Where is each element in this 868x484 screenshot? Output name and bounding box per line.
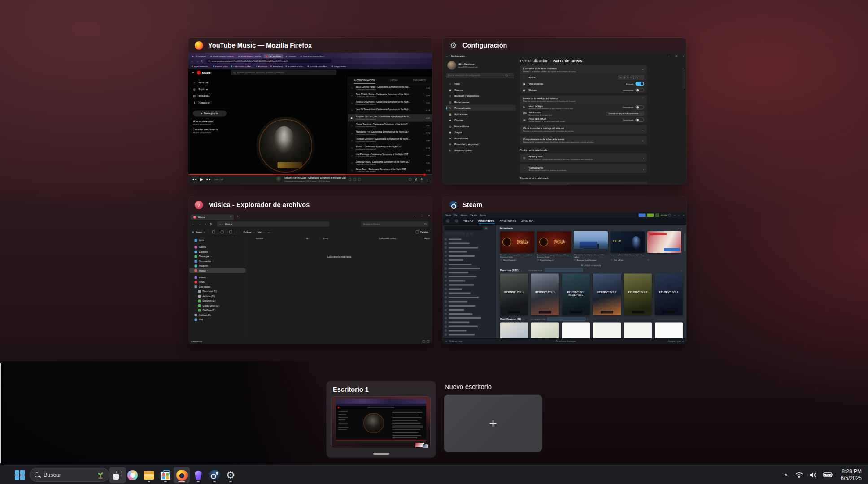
back-icon[interactable]: ← [446,55,449,57]
settings-nav-item[interactable]: ▣ Sistema [446,87,516,93]
settings-nav-item[interactable]: ◷ Hora e idioma [446,123,516,130]
url-field[interactable]: music.youtube.com/watch?v=jG2sCIaGTqk&li… [206,59,332,63]
paste-icon[interactable] [221,231,224,234]
game-cover[interactable]: RESIDENT EVIL RESISTANCE [562,274,590,315]
expander-header[interactable]: Iconos de la bandeja del sistema Elige l… [520,95,647,104]
chevron-down-icon[interactable]: ⌄ [521,269,523,272]
list-view-icon[interactable] [423,340,425,343]
queue-song-row[interactable]: ≡ Door Of Holy Spirits - Castlevania Sym… [348,92,432,99]
browser-tab[interactable]: Añadir plugins ‹ árbórez [236,54,263,58]
browser-tab[interactable]: libros y sus muchas fam… [299,54,327,58]
close-icon[interactable]: × [428,214,430,217]
minimize-icon[interactable]: – [674,214,676,216]
queue-song-row[interactable]: ≡ Dance Of Pales - Castlevania Symphony … [348,159,432,167]
sidebar-folder-item[interactable]: Galería [188,245,247,250]
queue-song-row[interactable]: ≡ Wood Carving Partita - Castlevania Sym… [348,84,432,92]
more-icon[interactable]: ⋯ [268,231,270,234]
sidebar-folder-item[interactable]: › Disco local (C:) [188,289,247,294]
expander-header[interactable]: Elementos de la barra de tareas Mostrar … [520,65,647,74]
taskbar-search-input[interactable] [44,472,92,478]
queue-tab[interactable]: A CONTINUACIÓN [354,77,376,84]
news-capsule[interactable] [647,231,681,261]
collapsed-settings-card[interactable]: Comportamientos de la barra de tareas Al… [520,136,647,145]
game-cover[interactable]: RESIDENT EVIL 5 [624,274,652,315]
expand-chevron-icon[interactable]: › [191,319,193,321]
scrollbar[interactable] [685,69,685,89]
drag-handle-icon[interactable]: ▶ [350,117,354,119]
explorer-tab[interactable]: ♪ Música × [191,214,234,220]
menu-steam[interactable]: Steam [445,214,451,216]
settings-nav-item[interactable]: ⌂ Inicio [446,81,516,87]
drag-handle-icon[interactable]: ≡ [350,132,354,134]
battery-charging-icon[interactable]: ϟ [820,472,836,478]
sidebar-folder-item[interactable]: › Google Drive (G:) [188,303,247,308]
share-icon[interactable] [229,231,232,234]
sidebar-folder-item[interactable]: Documentos • [188,259,247,264]
bookmark-item[interactable]: Primeros pasos [213,65,228,68]
browser-tab[interactable]: Géneros [284,54,297,58]
news-capsule[interactable]: EXILE Introducing Path of Exile Secrets … [611,231,645,261]
steam-sidebar-game-row[interactable] [445,316,494,320]
menu-amigos[interactable]: Amigos [461,214,467,216]
settings-nav-item[interactable]: ◉ Juegos [446,129,516,135]
news-capsule[interactable]: MORTAL KOMBAT Mortal Kombat Legacy Colle… [500,231,534,261]
drag-handle-icon[interactable]: ≡ [350,109,354,112]
bookmark-item[interactable]: Import bookmarks… [192,65,210,68]
grid-view-icon[interactable]: ▦ [484,226,488,230]
rename-icon[interactable] [225,231,228,234]
add-shelf-button[interactable]: ⊞ Añadir estantería [500,263,682,268]
column-header-numero[interactable]: N.º [306,236,309,241]
bookmark-item[interactable]: Blackboard [256,65,267,68]
sidebar-nav-item[interactable]: ▤ Biblioteca [188,92,233,99]
settings-button[interactable]: ⚙ [222,467,239,483]
task-view-button[interactable] [109,467,126,483]
new-desktop-button[interactable]: + [444,395,542,452]
copy-icon[interactable] [216,231,219,234]
sidebar-folder-item[interactable]: › OneDrive (Z:) [188,308,247,313]
toggle-switch[interactable] [636,118,644,122]
breadcrumb-root[interactable]: Personalización [520,59,549,64]
music-search-input[interactable] [237,71,331,74]
desktop-card-escritorio-1[interactable]: Escritorio 1 [327,381,436,457]
collapsed-settings-card[interactable]: Otros iconos de la bandeja del sistema M… [520,125,647,134]
sidebar-folder-item[interactable]: Inicio [188,238,247,243]
sidebar-nav-item[interactable]: ↥ Actualizar [188,99,233,106]
expand-chevron-icon[interactable]: ⌄ [191,286,193,288]
steam-sidebar-game-row[interactable] [445,304,494,308]
queue-song-row[interactable]: ≡ Festival Of Servants - Castlevania Sym… [348,99,432,107]
queue-song-row[interactable]: ≡ Crystal Teardrop - Castlevania Symphon… [348,121,432,129]
close-icon[interactable]: × [683,55,684,57]
browser-tab[interactable]: Añadir entrada ‹ árbórez [209,54,236,58]
news-capsule[interactable]: ATS 1.50 Update Nightline Europe 2024 Up… [574,231,608,261]
sidebar-nav-item[interactable]: ⌂ Principal [188,79,233,86]
explorer-search-input[interactable] [363,223,423,225]
address-breadcrumb[interactable]: ⌂ › Música [217,221,329,227]
avatar[interactable] [655,213,659,217]
capsule-art[interactable]: EXILE [611,231,645,253]
settings-nav-item[interactable]: ☻ Cuentas [446,117,516,123]
music-search-bar[interactable] [231,70,336,75]
queue-tab[interactable]: LETRA [389,77,398,84]
previous-icon[interactable]: ◄◄ [192,178,197,181]
capsule-art[interactable] [647,231,681,253]
settings-search-input[interactable] [448,74,504,77]
queue-song-row[interactable]: ≡ Silence - Castlevania Symphony of the … [348,144,432,152]
forward-icon[interactable]: → [196,60,199,63]
queue-song-row[interactable]: ≡ Lost Paintings - Castlevania Symphony … [348,151,432,159]
close-tab-icon[interactable]: × [230,216,231,218]
browser-tab[interactable]: YouTube Music [264,54,283,58]
sidebar-folder-item[interactable]: Escritorio • [188,250,247,255]
window-thumbnail-settings[interactable]: ⚙ Configuración ← Configuración – □ × [443,38,686,184]
obsidian-button[interactable] [190,467,206,483]
maximize-icon[interactable]: □ [678,214,680,216]
drag-handle-icon[interactable]: ≡ [350,139,354,142]
column-header-titulo[interactable]: Título [323,236,328,241]
clock[interactable]: 8:28 PM 6/5/2025 [836,468,868,482]
search-field[interactable] [445,226,483,230]
bookmark-item[interactable]: Google Gemini [331,65,346,68]
steam-sidebar-game-row[interactable] [445,320,494,324]
steam-sidebar-game-row[interactable] [445,324,494,328]
volume-icon[interactable] [806,472,820,478]
progress-knob[interactable] [424,174,426,176]
expand-chevron-icon[interactable]: › [194,300,196,302]
